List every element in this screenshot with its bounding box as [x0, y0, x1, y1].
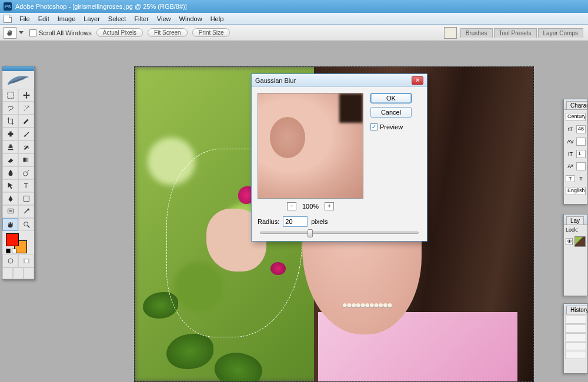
radius-input[interactable]	[283, 216, 308, 227]
close-icon[interactable]: ✕	[412, 76, 423, 85]
dodge-tool-icon[interactable]	[18, 166, 34, 179]
brush-tool-icon[interactable]	[18, 128, 34, 140]
menu-edit[interactable]: Edit	[34, 14, 54, 24]
layers-panel: Lay Lock: 👁	[563, 214, 588, 296]
zoom-in-button[interactable]: +	[325, 202, 334, 210]
cancel-button[interactable]: Cancel	[370, 107, 412, 118]
preview-checkbox[interactable]: ✓	[370, 123, 377, 130]
shape-tool-icon[interactable]	[18, 192, 34, 205]
history-state[interactable]	[565, 324, 586, 333]
zoom-level: 100%	[302, 203, 319, 210]
screenmode-full-icon[interactable]	[24, 267, 34, 279]
standard-mode-icon[interactable]	[2, 254, 18, 267]
visibility-icon[interactable]: 👁	[566, 238, 573, 245]
gaussian-blur-dialog: Gaussian Blur ✕ − 100% + OK Cancel ✓ Pre…	[251, 73, 427, 242]
quickmask-mode-icon[interactable]	[18, 254, 34, 267]
menu-window[interactable]: Window	[175, 14, 206, 24]
font-size-field[interactable]: 46	[576, 125, 586, 133]
pen-tool-icon[interactable]	[2, 192, 18, 205]
menu-layer[interactable]: Layer	[79, 14, 104, 24]
svg-rect-6	[24, 196, 29, 202]
screenmode-full-menubar-icon[interactable]	[13, 267, 24, 279]
tab-layer-comps[interactable]: Layer Comps	[538, 28, 583, 38]
fit-screen-button[interactable]: Fit Screen	[148, 28, 188, 37]
slider-thumb[interactable]	[308, 229, 313, 237]
tab-brushes[interactable]: Brushes	[460, 28, 493, 38]
default-colors-icon[interactable]	[6, 249, 16, 253]
font-family-field[interactable]: Century	[566, 113, 586, 121]
path-select-tool-icon[interactable]	[2, 179, 18, 192]
zoom-tool-icon[interactable]	[18, 218, 34, 231]
svg-rect-3	[23, 158, 29, 162]
radius-unit: pixels	[311, 218, 328, 225]
move-tool-icon[interactable]	[18, 89, 34, 102]
vscale-field[interactable]: 1	[576, 150, 586, 158]
layer-row[interactable]: 👁	[564, 234, 587, 249]
baseline-field[interactable]	[576, 162, 586, 170]
toggle-palette-icon[interactable]	[444, 27, 457, 39]
history-brush-tool-icon[interactable]	[18, 140, 34, 153]
menu-file[interactable]: File	[15, 14, 34, 24]
palette-grip[interactable]	[2, 66, 34, 71]
menu-help[interactable]: Help	[206, 14, 228, 24]
svg-rect-0	[7, 92, 14, 99]
document-icon	[4, 15, 12, 23]
hand-tool[interactable]	[2, 218, 18, 231]
eraser-tool-icon[interactable]	[2, 153, 18, 166]
svg-point-11	[25, 259, 28, 263]
healing-tool-icon[interactable]	[2, 128, 18, 140]
layer-thumbnail[interactable]	[574, 236, 586, 247]
svg-point-4	[23, 172, 27, 176]
menu-view[interactable]: View	[153, 14, 175, 24]
crop-tool-icon[interactable]	[2, 115, 18, 128]
zoom-out-button[interactable]: −	[287, 202, 296, 210]
history-state[interactable]	[565, 342, 586, 350]
blur-tool-icon[interactable]	[2, 166, 18, 179]
foreground-color-swatch[interactable]	[6, 233, 19, 246]
language-field[interactable]: English	[566, 187, 586, 195]
wand-tool-icon[interactable]	[18, 102, 34, 115]
slice-tool-icon[interactable]	[18, 115, 34, 128]
screenmode-standard-icon[interactable]	[2, 267, 13, 279]
baseline-icon: Aª	[566, 163, 575, 169]
app-icon: Ps	[4, 2, 12, 11]
tools-palette: T	[2, 66, 35, 280]
history-state[interactable]	[565, 316, 586, 324]
filter-preview[interactable]	[258, 93, 363, 199]
print-size-button[interactable]: Print Size	[192, 28, 230, 37]
menu-select[interactable]: Select	[104, 14, 131, 24]
marquee-tool-icon[interactable]	[2, 89, 18, 102]
tab-character[interactable]: Charac	[566, 101, 588, 109]
dialog-titlebar[interactable]: Gaussian Blur ✕	[252, 74, 427, 87]
character-panel: Charac Century tT46 AV IT1 Aª TT English	[563, 99, 588, 205]
type-tool-icon[interactable]: T	[18, 179, 34, 192]
stamp-tool-icon[interactable]	[2, 140, 18, 153]
history-state[interactable]	[565, 351, 586, 359]
type-style-italic-icon[interactable]: T	[576, 176, 586, 182]
actual-pixels-button[interactable]: Actual Pixels	[96, 28, 143, 37]
color-swatches[interactable]	[2, 231, 34, 254]
menu-image[interactable]: Image	[54, 14, 80, 24]
tab-layers[interactable]: Lay	[566, 216, 584, 224]
dialog-title: Gaussian Blur	[255, 77, 296, 84]
lasso-tool-icon[interactable]	[2, 102, 18, 115]
hand-tool-icon[interactable]	[4, 27, 16, 39]
tab-tool-presets[interactable]: Tool Presets	[494, 28, 537, 38]
type-style-bold-icon[interactable]: T	[566, 175, 575, 182]
gradient-tool-icon[interactable]	[18, 153, 34, 166]
kerning-icon: AV	[566, 139, 575, 145]
history-state[interactable]	[565, 333, 586, 341]
vscale-icon: IT	[566, 151, 575, 157]
ok-button[interactable]: OK	[370, 93, 412, 103]
tab-history[interactable]: History	[566, 306, 588, 314]
kerning-field[interactable]	[576, 138, 586, 146]
photoshop-feather-icon	[2, 71, 34, 89]
options-bar: Scroll All Windows Actual Pixels Fit Scr…	[0, 25, 588, 41]
menu-filter[interactable]: Filter	[130, 14, 152, 24]
scroll-all-checkbox[interactable]	[29, 29, 36, 36]
radius-slider[interactable]	[260, 232, 419, 234]
svg-point-9	[8, 259, 13, 263]
notes-tool-icon[interactable]	[2, 205, 18, 218]
tool-preset-dropdown-icon[interactable]	[19, 31, 24, 34]
eyedropper-tool-icon[interactable]	[18, 205, 34, 218]
